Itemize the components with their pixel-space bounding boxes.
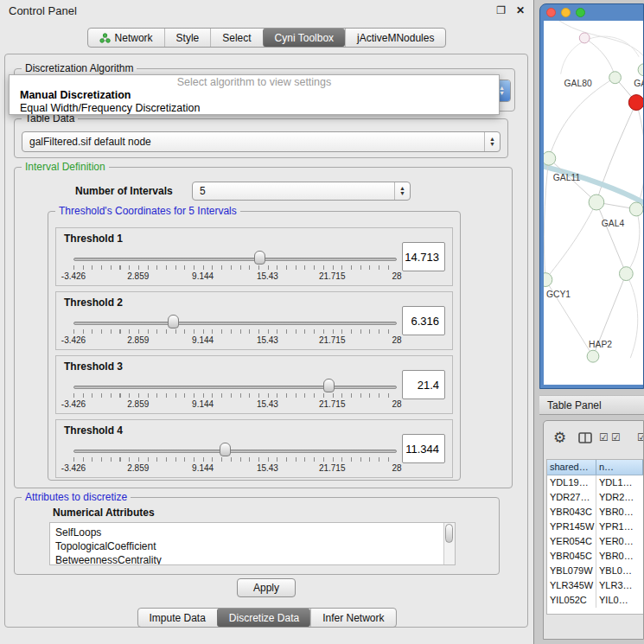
select-all-checkbox-icon[interactable]: ☑ (599, 431, 609, 443)
table-data-group: Table Data galFiltered.sif default node … (14, 118, 508, 158)
tab-style[interactable]: Style (164, 29, 211, 47)
network-canvas[interactable]: GAL80GAGAL11GAL4GCY1HAP2 (544, 21, 643, 385)
close-traffic-light[interactable] (546, 8, 556, 17)
table-row[interactable]: YBR045CYBR0… (547, 549, 643, 564)
table-header-row: shared… n… (547, 460, 643, 475)
zoom-traffic-light[interactable] (576, 8, 585, 17)
slider-ticks (73, 329, 397, 334)
thresholds-group-title: Threshold's Coordinates for 5 Intervals (55, 205, 240, 217)
network-tab-icon (99, 33, 111, 43)
table-row[interactable]: YLR345WYLR3… (547, 578, 643, 593)
slider-track[interactable] (73, 322, 397, 325)
column-header-name[interactable]: n… (596, 460, 643, 475)
combo-arrows-icon[interactable]: ▲▼ (394, 182, 410, 200)
threshold-1-value-field[interactable] (402, 242, 445, 271)
number-of-intervals-value: 5 (193, 185, 394, 197)
top-tab-strip: Network Style Select Cyni Toolbox jActiv… (87, 28, 447, 48)
table-row[interactable]: YPR145WYPR1… (547, 520, 643, 534)
slider-ticks (73, 393, 397, 398)
tab-discretize-data-label: Discretize Data (229, 612, 299, 624)
tab-network[interactable]: Network (88, 29, 164, 47)
scrollbar-thumb[interactable] (445, 524, 453, 543)
tab-style-label: Style (176, 32, 200, 44)
table-data-combobox[interactable]: galFiltered.sif default node ▲▼ (22, 131, 501, 152)
svg-text:GCY1: GCY1 (546, 290, 571, 299)
node-table: shared… n… YDL19…YDL1… YDR27…YDR2… YBR04… (546, 459, 643, 615)
select-checkbox-icon[interactable]: ☑ (611, 431, 621, 443)
columns-icon[interactable] (578, 432, 592, 446)
control-panel-titlebar: Control Panel ❐ ✕ (0, 0, 533, 21)
table-row[interactable]: YDR27…YDR2… (547, 490, 643, 505)
network-graph[interactable]: GAL80GAGAL11GAL4GCY1HAP2 (544, 21, 643, 385)
slider-track[interactable] (73, 386, 397, 389)
slider-thumb[interactable] (254, 251, 265, 265)
dropdown-item-equal-width-frequency[interactable]: Equal Width/Frequency Discretization (10, 102, 499, 115)
control-panel-window: Control Panel ❐ ✕ Network Style Select C… (0, 0, 534, 644)
tab-select-label: Select (222, 32, 251, 44)
slider-ticks (73, 265, 397, 270)
list-item[interactable]: TopologicalCoefficient (50, 539, 455, 553)
tab-impute-data-label: Impute Data (149, 612, 205, 624)
vertical-scrollbar[interactable] (443, 523, 455, 564)
function-checkbox-icon[interactable]: ☑ (637, 431, 644, 443)
threshold-1-slider[interactable]: -3.4262.8599.14415.4321.71528 (73, 228, 397, 287)
threshold-1-panel: Threshold 1 -3.4262.8599.14415.4321.7152… (55, 227, 453, 286)
tab-jactivemnodules-label: jActiveMNodules (357, 32, 434, 44)
bottom-tab-strip: Impute Data Discretize Data Infer Networ… (137, 608, 396, 628)
threshold-4-value-field[interactable] (402, 434, 445, 463)
slider-thumb[interactable] (220, 443, 231, 456)
minimize-traffic-light[interactable] (561, 8, 571, 17)
attributes-to-discretize-group: Attributes to discretize Numerical Attri… (14, 497, 500, 575)
table-row[interactable]: YER054CYER0… (547, 534, 643, 549)
tab-discretize-data[interactable]: Discretize Data (217, 609, 310, 627)
tab-select[interactable]: Select (210, 29, 262, 47)
slider-scale: -3.4262.8599.14415.4321.71528 (73, 463, 397, 474)
svg-text:GAL80: GAL80 (564, 79, 592, 88)
table-row[interactable]: YDL19…YDL1… (547, 475, 643, 490)
numerical-attributes-list: SelfLoops TopologicalCoefficient Between… (49, 522, 456, 565)
gear-icon[interactable]: ⚙ (553, 429, 566, 447)
table-panel-window: ⚙ ☑ ☑ ☑ shared… n… YDL19…YDL1… YDR27…YDR… (543, 420, 644, 640)
number-of-intervals-combobox[interactable]: 5 ▲▼ (192, 182, 411, 201)
network-view-window: GAL80GAGAL11GAL4GCY1HAP2 (539, 3, 644, 389)
tab-impute-data[interactable]: Impute Data (137, 609, 216, 627)
float-panel-icon[interactable]: ❐ (496, 4, 506, 16)
threshold-2-value-field[interactable] (402, 306, 445, 335)
tab-infer-network[interactable]: Infer Network (310, 609, 395, 627)
column-header-shared-name[interactable]: shared… (547, 460, 596, 475)
tab-jactivemnodules[interactable]: jActiveMNodules (345, 29, 445, 47)
list-item[interactable]: SelfLoops (50, 526, 455, 539)
slider-scale: -3.4262.8599.14415.4321.71528 (73, 271, 397, 282)
interval-definition-group-title: Interval Definition (22, 161, 109, 173)
tab-cyni-toolbox[interactable]: Cyni Toolbox (263, 29, 345, 47)
table-data-combobox-value: galFiltered.sif default node (22, 136, 484, 148)
svg-text:GAL11: GAL11 (553, 173, 581, 182)
slider-track[interactable] (73, 450, 397, 453)
discretization-algorithm-group-title: Discretization Algorithm (22, 62, 137, 74)
tab-infer-network-label: Infer Network (322, 612, 384, 624)
close-icon[interactable]: ✕ (516, 4, 525, 16)
combo-arrows-icon[interactable]: ▲▼ (484, 132, 500, 151)
threshold-3-value-field[interactable] (402, 370, 445, 399)
cyni-toolbox-panel: Discretization Algorithm ▲▼ Table Data g… (4, 54, 528, 628)
threshold-3-slider[interactable]: -3.4262.8599.14415.4321.71528 (73, 356, 397, 415)
table-row[interactable]: YBL079WYBL0… (547, 564, 643, 578)
threshold-4-slider[interactable]: -3.4262.8599.14415.4321.71528 (73, 420, 397, 479)
slider-thumb[interactable] (323, 379, 335, 392)
attributes-group-title: Attributes to discretize (22, 491, 131, 503)
algorithm-dropdown-popup: Select algorithm to view settings Manual… (9, 74, 500, 115)
list-item[interactable]: BetweennessCentrality (50, 553, 455, 565)
threshold-2-slider[interactable]: -3.4262.8599.14415.4321.71528 (73, 292, 397, 351)
slider-ticks (73, 457, 397, 462)
numerical-attributes-label: Numerical Attributes (53, 507, 155, 519)
table-row[interactable]: YBR043CYBR0… (547, 505, 643, 520)
slider-track[interactable] (73, 258, 397, 261)
apply-button[interactable]: Apply (237, 578, 296, 597)
table-toolbar: ⚙ ☑ ☑ ☑ (544, 421, 643, 457)
slider-thumb[interactable] (168, 315, 179, 328)
thresholds-group: Threshold's Coordinates for 5 Intervals … (48, 211, 461, 481)
dropdown-item-manual-discretization[interactable]: Manual Discretization (10, 89, 499, 102)
svg-text:HAP2: HAP2 (589, 340, 612, 349)
svg-text:GAL4: GAL4 (602, 219, 625, 228)
table-row[interactable]: YIL052CYIL0… (547, 593, 643, 608)
